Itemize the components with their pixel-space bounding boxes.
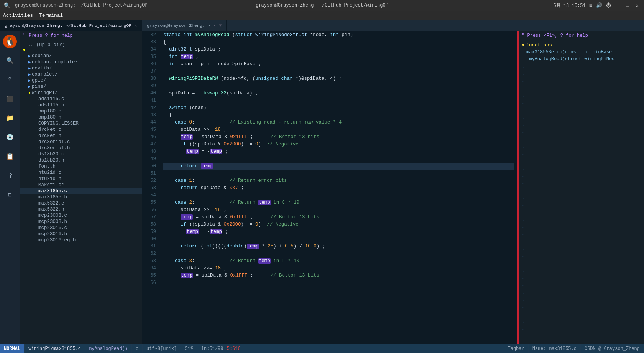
tree-item-32[interactable]: mcp23016reg.h — [20, 237, 142, 243]
code-line-50 — [163, 155, 514, 163]
functions-arrow: ▼ — [522, 43, 525, 48]
tab-2[interactable]: grayson@Grayson-Zheng: ~ ✕ ▼ — [142, 20, 227, 31]
right-panel-body: ▼ functions max31855Setup(const int pinB… — [519, 40, 644, 344]
code-line-45: case 0: // Existing read - return raw va… — [163, 119, 514, 126]
line-number-54: 54 — [146, 192, 156, 199]
tree-item-25[interactable]: max31855.h — [20, 194, 142, 200]
close-button[interactable]: ✕ — [634, 3, 640, 8]
line-number-46: 46 — [146, 134, 156, 141]
tree-item-6[interactable]: ▶ gpio/ — [20, 78, 142, 84]
tree-item-4[interactable]: ▶ devLib/ — [20, 65, 142, 71]
tilde-line-31: ~ — [519, 290, 644, 297]
trash-icon[interactable]: 🗑 — [3, 169, 17, 183]
tree-item-31[interactable]: mcp23016.h — [20, 231, 142, 237]
tree-item-26[interactable]: max5322.c — [20, 200, 142, 206]
tilde-line-35: ~ — [519, 319, 644, 327]
editor-area: 3233343536373839404142434445464748495051… — [143, 31, 518, 344]
apps-icon[interactable]: ⊞ — [3, 188, 17, 202]
tree-item-30[interactable]: mcp23016.c — [20, 225, 142, 231]
tree-item-22[interactable]: htu21d.h — [20, 176, 142, 182]
tree-item-5[interactable]: ▶ examples/ — [20, 71, 142, 78]
tree-item-19[interactable]: ds18b20.h — [20, 157, 142, 163]
tree-arrow-1: ▼ — [23, 48, 25, 53]
tree-item-17[interactable]: drcSerial.h — [20, 145, 142, 151]
line-number-52: 52 — [146, 177, 156, 185]
code-body: 3233343536373839404142434445464748495051… — [143, 31, 518, 344]
tree-label-32: mcp23016reg.h — [38, 238, 76, 243]
tree-item-9[interactable]: ads1115.c — [20, 96, 142, 102]
tree-item-18[interactable]: ds18b20.c — [20, 151, 142, 157]
tree-item-20[interactable]: font.h — [20, 163, 142, 170]
help-icon[interactable]: ? — [3, 73, 17, 87]
line-number-41: 41 — [146, 97, 156, 104]
tab-1-label: grayson@Grayson-Zheng: ~/GitHub_Project/… — [5, 23, 131, 28]
status-bar: NORMAL wiringPi/max31855.c myAnalogRead(… — [0, 344, 644, 353]
restore-button[interactable]: □ — [625, 3, 631, 8]
datetime: 5月 18 15:51 — [554, 2, 586, 9]
status-file: wiringPi/max31855.c — [25, 344, 85, 353]
search-icon[interactable]: 🔍 — [4, 2, 10, 9]
tree-item-24[interactable]: max31855.c — [20, 188, 142, 194]
tilde-line-32: ~ — [519, 297, 644, 305]
line-number-48: 48 — [146, 148, 156, 155]
line-number-60: 60 — [146, 236, 156, 243]
tilde-line-5: ~ — [519, 101, 644, 108]
status-right-info: CSDN @ Grayson_Zheng — [581, 344, 644, 353]
folder-icon[interactable]: 📁 — [3, 111, 17, 125]
tree-item-13[interactable]: COPYING.LESSER — [20, 120, 142, 127]
line-number-51: 51 — [146, 170, 156, 177]
tab-1-close[interactable]: ✕ — [135, 23, 137, 28]
notes-icon[interactable]: 📋 — [3, 150, 17, 163]
tree-item-1[interactable]: ▼ — [20, 48, 142, 53]
tilde-line-30: ~ — [519, 283, 644, 290]
minimize-button[interactable]: ─ — [615, 3, 621, 8]
activities-label[interactable]: Activities — [3, 13, 33, 18]
code-lines[interactable]: static int myAnalogRead (struct wiringPi… — [159, 31, 518, 344]
code-line-64: case 3: // Return temp in F * 10 — [163, 257, 514, 265]
tree-item-3[interactable]: ▶ debian-template/ — [20, 59, 142, 65]
tilde-line-7: ~ — [519, 115, 644, 122]
tab-2-expand[interactable]: ▼ — [219, 23, 222, 28]
tree-item-10[interactable]: ads1115.h — [20, 102, 142, 108]
tree-item-14[interactable]: drcNet.c — [20, 127, 142, 133]
tilde-line-4: ~ — [519, 93, 644, 101]
window-controls-left: 🔍 grayson@Grayson-Zheng: ~/GitHub_Projec… — [4, 2, 148, 9]
line-number-42: 42 — [146, 104, 156, 112]
tree-label-12: bmp180.h — [38, 115, 61, 120]
tree-item-28[interactable]: mcp23008.c — [20, 213, 142, 219]
tree-item-15[interactable]: drcNet.h — [20, 133, 142, 139]
tree-item-16[interactable]: drcSerial.c — [20, 139, 142, 145]
tab-2-close[interactable]: ✕ — [214, 23, 216, 28]
search-sidebar-icon[interactable]: 🔍 — [3, 54, 17, 68]
code-line-61 — [163, 236, 514, 243]
disc-icon[interactable]: 💿 — [3, 130, 17, 144]
tree-label-7: pins/ — [32, 84, 46, 89]
tab-1[interactable]: grayson@Grayson-Zheng: ~/GitHub_Project/… — [0, 20, 142, 31]
window-controls-right[interactable]: 5月 18 15:51 ⊞ 🔊 ⏻ ─ □ ✕ — [554, 2, 640, 9]
line-number-34: 34 — [146, 46, 156, 53]
status-fn: myAnalogRead() — [85, 344, 132, 353]
terminal-label[interactable]: Terminal — [39, 13, 63, 18]
tree-item-8[interactable]: ▼ wiringPi/ — [20, 90, 142, 96]
tree-item-23[interactable]: Makefile* — [20, 182, 142, 188]
tree-item-0[interactable]: .. (up a dir) — [20, 42, 142, 48]
terminal-icon[interactable]: ⬛ — [3, 92, 17, 106]
tilde-line-24: ~ — [519, 239, 644, 246]
tree-item-12[interactable]: bmp180.h — [20, 114, 142, 120]
tree-label-31: mcp23016.h — [38, 231, 67, 237]
tree-item-27[interactable]: max5322.h — [20, 206, 142, 213]
ubuntu-icon[interactable]: 🐧 — [3, 35, 17, 48]
code-line-65: spiData >>= 18 ; — [163, 265, 514, 272]
tree-item-29[interactable]: mcp23008.h — [20, 219, 142, 225]
line-number-61: 61 — [146, 243, 156, 250]
tree-item-21[interactable]: htu21d.c — [20, 170, 142, 176]
tree-item-2[interactable]: ▶ debian/ — [20, 53, 142, 59]
tree-label-16: drcSerial.c — [38, 139, 70, 145]
code-line-46: spiData >>= 18 ; — [163, 126, 514, 134]
line-number-64: 64 — [146, 265, 156, 272]
tree-label-2: debian/ — [32, 53, 52, 59]
tree-arrow-5: ▶ — [28, 72, 31, 77]
tree-item-7[interactable]: ▶ pins/ — [20, 84, 142, 90]
tree-item-11[interactable]: bmp180.c — [20, 108, 142, 114]
line-number-47: 47 — [146, 141, 156, 148]
